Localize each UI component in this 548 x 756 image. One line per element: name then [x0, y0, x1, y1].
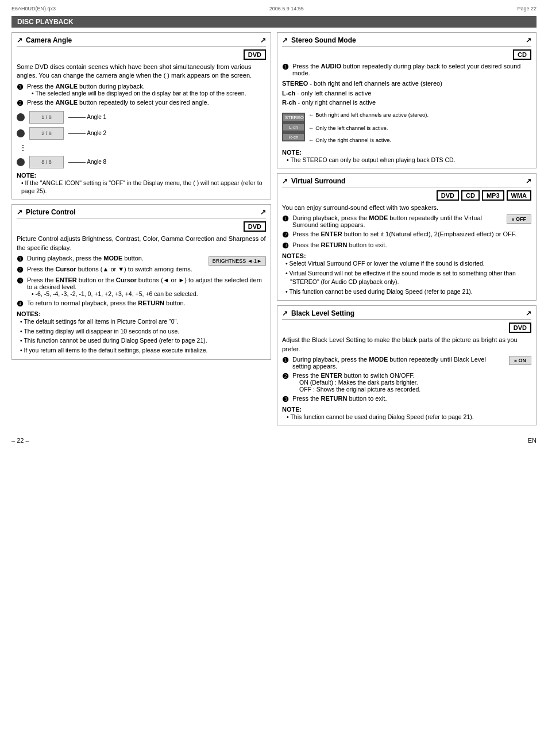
main-title: DISC PLAYBACK: [11, 16, 537, 28]
content-columns: ↗ Camera Angle ↗ DVD Some DVD discs cont…: [11, 32, 537, 430]
virtual-surround-intro: You can enjoy surround-sound effect with…: [282, 204, 531, 212]
vs-step3: ❸ Press the RETURN button to exit.: [282, 241, 531, 250]
camera-angle-note-label: NOTE:: [17, 172, 266, 179]
angle-row-1: 1 / 8 ——— Angle 1: [17, 111, 266, 124]
angle-diagram: 1 / 8 ——— Angle 1 2 / 8 ——— Angle 2 ⋮ 8 …: [17, 111, 266, 168]
camera-angle-wave-left: ↗: [17, 36, 22, 44]
camera-angle-step1: ❶ Press the ANGLE button during playback…: [17, 83, 266, 97]
vs-notes-label: NOTES:: [282, 252, 531, 259]
stereo-note-label: NOTE:: [282, 149, 531, 156]
virtual-surround-badge-row: DVD CD MP3 WMA: [282, 190, 531, 201]
picture-control-intro: Picture Control adjusts Brightness, Cont…: [17, 235, 266, 252]
camera-angle-badge: DVD: [244, 49, 266, 60]
stereo-diagrams: STEREO L-ch R-ch ← Both right and left c…: [282, 111, 531, 146]
angle-label-1: ——— Angle 1: [68, 114, 106, 120]
camera-angle-section: ↗ Camera Angle ↗ DVD Some DVD discs cont…: [11, 32, 271, 199]
picture-note-2: • The setting display will disappear in …: [17, 327, 266, 336]
stereo-sound-title: ↗ Stereo Sound Mode ↗: [282, 36, 531, 47]
brightness-display: BRIGHTNESS ◄·1►: [209, 256, 266, 266]
stereo-sound-section: ↗ Stereo Sound Mode ↗ CD ❶ Press the AUD…: [277, 32, 537, 168]
bl-step1: ❶ During playback, press the MODE button…: [282, 356, 503, 370]
vs-badge-mp3: MP3: [482, 190, 504, 201]
left-column: ↗ Camera Angle ↗ DVD Some DVD discs cont…: [11, 32, 271, 430]
stereo-note-stereo: ← Both right and left channels are activ…: [308, 111, 429, 118]
bl-note-label: NOTE:: [282, 406, 531, 413]
vs-badge-cd: CD: [461, 190, 480, 201]
camera-angle-badge-row: DVD: [17, 49, 266, 60]
bl-step2: ❷ Press the ENTER button to switch ON/OF…: [282, 372, 531, 393]
footer-lang: EN: [528, 437, 537, 444]
camera-angle-intro: Some DVD discs contain scenes which have…: [17, 63, 266, 80]
angle-dots: ⋮: [17, 143, 266, 152]
vs-step1: ❶ During playback, press the MODE button…: [282, 214, 501, 228]
picture-note-1: • The default settings for all items in …: [17, 317, 266, 326]
virtual-surround-wave-right: ↗: [526, 177, 531, 185]
picture-step1: ❶ During playback, press the MODE button…: [17, 255, 203, 263]
vs-display: ■ OFF: [507, 214, 531, 224]
stereo-modes: STEREO - both right and left channels ar…: [282, 79, 531, 108]
angle-screen-8: 8 / 8: [29, 156, 64, 168]
stereo-step1: ❶ Press the AUDIO button repeatedly duri…: [282, 63, 531, 76]
angle-label-2: ——— Angle 2: [68, 130, 106, 136]
stereo-note-lch: ← Only the left channel is active.: [308, 124, 429, 132]
black-level-section: ↗ Black Level Setting ↗ DVD Adjust the B…: [277, 305, 537, 425]
stereo-note: • The STEREO can only be output when pla…: [287, 156, 531, 164]
black-level-wave-left: ↗: [282, 309, 288, 317]
header-filename: E6AH0UD(EN).qx3: [11, 6, 56, 11]
stereo-badge-row: CD: [282, 49, 531, 60]
footer-page-num: – 22 –: [11, 437, 29, 444]
bl-note: • This function cannot be used during Di…: [287, 413, 531, 421]
stereo-wave-left: ↗: [282, 36, 288, 44]
picture-step2: ❷ Press the Cursor buttons (▲ or ▼) to s…: [17, 266, 203, 274]
black-level-badge: DVD: [509, 323, 531, 333]
camera-angle-note: • If the "ANGLE ICON" setting is "OFF" i…: [21, 179, 266, 195]
picture-control-wave-left: ↗: [17, 208, 22, 216]
vs-note-2: • Virtual Surround will not be effective…: [282, 269, 531, 286]
vs-step2: ❷ Press the ENTER button to set it 1(Nat…: [282, 231, 531, 239]
virtual-surround-title: ↗ Virtual Surround ↗: [282, 177, 531, 187]
page-header: E6AH0UD(EN).qx3 2006.5.9 14:55 Page 22: [11, 6, 537, 11]
black-level-wave-right: ↗: [526, 309, 531, 317]
picture-control-section: ↗ Picture Control ↗ DVD Picture Control …: [11, 204, 271, 360]
angle-screen-2: 2 / 8: [29, 127, 64, 140]
stereo-wave-right: ↗: [526, 36, 531, 44]
vs-note-1: • Select Virtual Surround OFF or lower t…: [282, 259, 531, 268]
angle-screen-1: 1 / 8: [29, 111, 64, 124]
picture-control-wave-right: ↗: [260, 208, 266, 216]
bl-display: ■ ON: [509, 356, 531, 365]
angle-row-2: 2 / 8 ——— Angle 2: [17, 127, 266, 140]
black-level-title: ↗ Black Level Setting ↗: [282, 309, 531, 320]
picture-control-badge-row: DVD: [17, 221, 266, 232]
angle-label-8: ——— Angle 8: [68, 159, 106, 165]
picture-note-4: • If you return all items to the default…: [17, 346, 266, 355]
black-level-badge-row: DVD: [282, 323, 531, 333]
camera-angle-step2: ❷ Press the ANGLE button repeatedly to s…: [17, 99, 266, 108]
picture-step3: ❸ Press the ENTER button or the Cursor b…: [17, 277, 266, 297]
picture-control-badge: DVD: [244, 221, 266, 232]
black-level-intro: Adjust the Black Level Setting to make t…: [282, 336, 531, 354]
vs-badge-wma: WMA: [507, 190, 532, 201]
camera-angle-title: ↗ Camera Angle ↗: [17, 36, 266, 47]
header-page: Page 22: [517, 6, 537, 11]
picture-note-3: • This function cannot be used during Di…: [17, 336, 266, 345]
virtual-surround-wave-left: ↗: [282, 177, 288, 185]
camera-angle-wave-right: ↗: [260, 36, 266, 44]
angle-row-8: 8 / 8 ——— Angle 8: [17, 156, 266, 168]
picture-control-title: ↗ Picture Control ↗: [17, 208, 266, 218]
header-date: 2006.5.9 14:55: [269, 6, 304, 11]
page-footer: – 22 – EN: [11, 437, 537, 444]
virtual-surround-section: ↗ Virtual Surround ↗ DVD CD MP3 WMA You …: [277, 173, 537, 301]
picture-step4: ❹ To return to normal playback, press th…: [17, 300, 266, 308]
picture-notes-label: NOTES:: [17, 310, 266, 317]
right-column: ↗ Stereo Sound Mode ↗ CD ❶ Press the AUD…: [277, 32, 537, 430]
bl-step3: ❸ Press the RETURN button to exit.: [282, 395, 531, 404]
vs-note-3: • This function cannot be used during Di…: [282, 287, 531, 296]
stereo-note-rch: ← Only the right channel is active.: [308, 136, 429, 144]
vs-badge-dvd: DVD: [437, 190, 459, 201]
stereo-badge: CD: [513, 49, 531, 60]
